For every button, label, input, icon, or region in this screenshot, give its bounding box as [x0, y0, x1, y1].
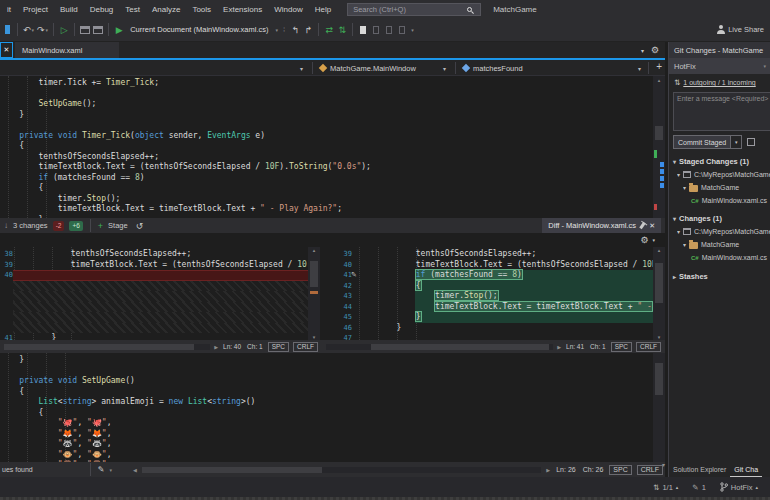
diff-right-content[interactable]: tenthsOfSecondsElapsed++; timeTextBlock.… [358, 247, 653, 340]
search-box[interactable]: Search (Ctrl+Q) [347, 3, 481, 16]
h-scrollbar[interactable] [326, 344, 553, 350]
scroll-right-icon[interactable]: ▶ [214, 344, 218, 350]
diff-document-tab[interactable]: Diff - MainWindow.xaml.cs ✕ [542, 218, 661, 233]
sync-vertical-icon[interactable]: ⇅ [337, 22, 347, 38]
scroll-left-icon[interactable]: ◀ [133, 467, 137, 473]
commit-staged-button[interactable]: Commit Staged [673, 135, 731, 149]
h-scrollbar-thumb[interactable] [4, 344, 194, 350]
menu-item[interactable]: Window [268, 5, 308, 14]
scroll-up-icon[interactable]: ▴ [653, 77, 665, 83]
project-dropdown[interactable] [0, 60, 312, 76]
folder-tree-item[interactable]: ▾ MatchGame [683, 181, 770, 194]
issues-indicator[interactable]: ues found [2, 466, 33, 473]
repo-tree-item[interactable]: ▾ C:\MyRepos\MatchGame [677, 168, 770, 181]
scrollbar-thumb[interactable] [310, 261, 318, 287]
gear-icon[interactable]: ⚙ [640, 235, 648, 245]
chevron-down-icon[interactable]: ▾ [411, 27, 414, 33]
chevron-down-icon[interactable]: ▾ [662, 461, 665, 468]
h-scrollbar[interactable] [4, 344, 210, 350]
stage-button[interactable]: Stage [108, 221, 128, 230]
redo-button[interactable]: ↷▾ [37, 22, 48, 38]
step-over-icon[interactable]: ↱ [303, 22, 313, 38]
bookmark-clear-icon[interactable] [397, 22, 407, 38]
scrollbar-thumb[interactable] [655, 126, 663, 140]
eol-indicator[interactable]: CRLF [293, 342, 318, 352]
h-scrollbar[interactable] [142, 467, 542, 473]
menu-item[interactable]: Project [17, 5, 54, 14]
menu-item[interactable]: Build [54, 5, 84, 14]
sync-link[interactable]: 1 outgoing / 1 incoming [683, 79, 755, 86]
current-branch-button[interactable]: HotFix ▴ [720, 482, 758, 492]
h-scrollbar-thumb[interactable] [371, 344, 548, 350]
menu-item[interactable]: it [1, 5, 17, 14]
menu-item[interactable]: Extensions [217, 5, 268, 14]
bookmark-prev-icon[interactable] [371, 22, 381, 38]
menu-item[interactable]: Analyze [146, 5, 186, 14]
tab-list-chevron-icon[interactable]: ▾ [641, 47, 644, 54]
staged-changes-header[interactable]: ▾ Staged Changes (1) [673, 155, 749, 168]
code-editor-top[interactable]: timer.Tick += Timer_Tick; SetUpGame(); }… [0, 76, 653, 218]
stage-plus-icon[interactable]: + [98, 221, 103, 231]
sync-status-button[interactable]: ⇅ 1/1 ▴ [653, 483, 678, 492]
scrollbar-thumb[interactable] [655, 363, 663, 395]
file-tree-item[interactable]: C# MainWindow.xaml.cs [691, 251, 770, 264]
diff-left-content[interactable]: tenthsOfSecondsElapsed++; timeTextBlock.… [13, 247, 308, 340]
chevron-down-icon[interactable]: ▾ [652, 237, 655, 243]
tab-solution-explorer[interactable]: Solution Explorer [669, 462, 730, 477]
bookmark-icon[interactable] [358, 22, 368, 38]
editor-scrollbar[interactable]: ▴ [653, 76, 665, 218]
tab-mainwindow-xaml[interactable]: MainWindow.xaml [15, 42, 119, 58]
editor-bottom-scrollbar[interactable] [653, 353, 665, 462]
diff-left-pane[interactable]: 3839404142 tenthsOfSecondsElapsed++; tim… [0, 247, 322, 340]
pin-icon[interactable] [639, 222, 645, 229]
encoding-indicator[interactable]: SPC [609, 465, 631, 475]
scrollbar-thumb[interactable] [655, 263, 663, 303]
save-icon[interactable] [2, 22, 12, 38]
class-dropdown[interactable]: MatchGame.MainWindow [320, 60, 416, 76]
window-layout-icon[interactable] [80, 22, 90, 38]
folder-tree-item[interactable]: ▾ MatchGame [683, 238, 770, 251]
sync-icon[interactable]: ⇄ [324, 22, 334, 38]
h-scrollbar-thumb[interactable] [142, 467, 322, 473]
start-without-debugging-button[interactable]: ▷ [59, 22, 69, 38]
menu-item[interactable]: Debug [84, 5, 120, 14]
menu-item[interactable]: Help [309, 5, 337, 14]
diff-right-pane[interactable]: 394041424344454647 ✎ tenthsOfSecondsElap… [322, 247, 665, 340]
run-target-label[interactable]: Current Document (MainWindow.xaml.cs) [130, 25, 268, 34]
changes-header[interactable]: ▾ Changes (1) [673, 212, 722, 225]
chevron-down-icon[interactable]: ▾ [109, 467, 112, 473]
close-tab-button[interactable]: ✕ [0, 42, 13, 58]
pen-icon[interactable]: ✎ [98, 465, 105, 474]
encoding-indicator[interactable]: SPC [611, 342, 632, 352]
amend-checkbox[interactable] [747, 138, 755, 146]
commit-message-input[interactable]: Enter a message <Required> [673, 92, 770, 131]
pending-edits-button[interactable]: ✎ 1 [692, 483, 705, 492]
file-tree-item[interactable]: C# MainWindow.xaml.cs [691, 194, 770, 207]
diff-left-scrollbar[interactable]: ▴ ▾ [308, 247, 320, 340]
step-into-icon[interactable]: ↰ [290, 22, 300, 38]
scroll-up-icon[interactable]: ▴ [653, 247, 665, 253]
stashes-header[interactable]: ▸ Stashes [673, 270, 708, 283]
undo-icon[interactable]: ↺ [136, 221, 144, 231]
tab-git-changes[interactable]: Git Cha [730, 462, 762, 477]
member-dropdown[interactable]: matchesFound [463, 60, 523, 76]
window-layout-icon-2[interactable] [93, 22, 103, 38]
undo-button[interactable]: ↶▾ [23, 22, 34, 38]
encoding-indicator[interactable]: SPC [268, 342, 289, 352]
scroll-right-icon[interactable]: ▶ [557, 344, 561, 350]
eol-indicator[interactable]: CRLF [637, 465, 663, 475]
commit-options-button[interactable]: ▾ [731, 135, 742, 149]
start-debugging-button[interactable]: ▶ [114, 22, 124, 38]
chevron-down-icon[interactable]: ▾ [638, 65, 641, 72]
live-share-button[interactable]: Live Share [717, 25, 764, 34]
gear-icon[interactable]: ⚙ [651, 45, 659, 55]
menu-item[interactable]: Tools [186, 5, 217, 14]
repo-tree-item[interactable]: ▾ C:\MyRepos\MatchGame [677, 225, 770, 238]
close-icon[interactable]: ✕ [649, 222, 655, 230]
chevron-down-icon[interactable]: ▾ [276, 27, 279, 33]
chevron-down-icon[interactable]: ▾ [443, 65, 446, 72]
split-window-icon[interactable]: + [656, 61, 662, 72]
menu-item[interactable]: Test [119, 5, 146, 14]
scroll-right-icon[interactable]: ▶ [546, 467, 550, 473]
code-editor-bottom[interactable]: } private void SetUpGame() { List<string… [0, 353, 653, 462]
